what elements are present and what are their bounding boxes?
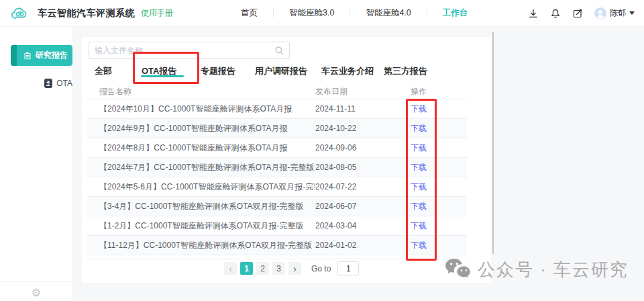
reports-table: 报告名称 发布日期 操作 【2024年10月】CC-1000T智能座舱评测体系O… [87,84,467,259]
download-link[interactable]: 下载 [411,221,427,230]
table-row: 【2024年9月】CC-1000T智能座舱评测体系OTA月报2024-10-22… [87,119,467,138]
table-row: 【3-4月】CC-1000T智能座舱评测体系OTA双月报-完整版2024-06-… [87,197,467,216]
nav-item-1[interactable]: 首页 [225,7,273,19]
prev-page-button[interactable] [224,262,237,275]
column-header-report-name: 报告名称 [87,86,315,97]
page-button-1[interactable]: 1 [240,262,253,275]
notification-bell-icon[interactable] [550,8,561,19]
goto-label: Go to [311,264,331,273]
report-name-cell: 【2024年7月】CC-1000T智能座舱评测体系OTA月报-完整版 [87,162,315,173]
sidebar-item-ota[interactable]: OTA [0,75,72,91]
user-menu[interactable]: 陈郁 [594,7,635,19]
report-name-cell: 【11-12月】CC-1000T智能座舱评测体系OTA双月报-完整版 [87,240,315,251]
download-link[interactable]: 下载 [411,104,427,114]
table-bottom-border [87,255,467,259]
download-link[interactable]: 下载 [411,124,427,133]
report-name-cell: 【3-4月】CC-1000T智能座舱评测体系OTA双月报-完整版 [87,201,315,212]
cloud-logo-icon [11,6,30,21]
publish-date-cell: 2024-07-22 [315,182,411,191]
publish-date-cell: 2024-08-05 [315,163,411,172]
watermark: 公众号 · 车云研究 [444,257,629,282]
sidebar-item-label: OTA [56,79,72,88]
sidebar-item-research-reports[interactable]: 研究报告 [11,45,72,66]
reports-panel: 全部OTA报告专题报告用户调研报告车云业务介绍第三方报告 报告名称 发布日期 操… [82,37,491,283]
column-header-publish-date: 发布日期 [315,86,411,97]
download-link[interactable]: 下载 [411,163,427,172]
header-nav: 首页智能座舱3.0智能座舱4.0工作台 [225,7,483,19]
page-button-3[interactable]: 3 [272,262,285,275]
nav-item-2[interactable]: 智能座舱3.0 [274,7,350,19]
wechat-icon [444,257,472,282]
report-name-cell: 【2024年9月】CC-1000T智能座舱评测体系OTA月报 [87,123,315,134]
report-name-cell: 【2024年10月】CC-1000T智能座舱评测体系OTA月报 [87,103,315,115]
clipboard-icon [23,52,32,60]
tab-4[interactable]: 用户调研报告 [255,65,307,77]
sidebar-item-label: 研究报告 [36,50,68,61]
report-name-cell: 【2024年8月】CC-1000T智能座舱评测体系OTA月报 [87,142,315,154]
download-link[interactable]: 下载 [411,182,427,191]
nav-item-4[interactable]: 工作台 [427,7,484,19]
ota-upload-icon [44,79,52,88]
app-title: 车云智能汽车评测系统 [38,7,135,19]
next-page-button[interactable] [288,262,301,275]
download-link[interactable]: 下载 [411,202,427,211]
manual-link[interactable]: 使用手册 [141,7,173,19]
sidebar-divider [0,281,72,282]
table-row: 【2024年7月】CC-1000T智能座舱评测体系OTA月报-完整版2024-0… [87,158,467,177]
column-header-action: 操作 [411,86,467,97]
tab-3[interactable]: 专题报告 [201,65,235,77]
table-row: 【2024年8月】CC-1000T智能座舱评测体系OTA月报2024-09-06… [87,138,467,158]
table-header-row: 报告名称 发布日期 操作 [87,84,467,99]
tab-5[interactable]: 车云业务介绍 [321,65,374,77]
avatar [594,7,606,19]
tab-1[interactable]: 全部 [95,65,112,77]
search-icon[interactable] [274,46,284,55]
table-row: 【11-12月】CC-1000T智能座舱评测体系OTA双月报-完整版2024-0… [87,236,467,255]
tab-6[interactable]: 第三方报告 [384,65,427,77]
search-input[interactable] [89,46,274,55]
download-link[interactable]: 下载 [411,143,427,153]
search-box [89,42,290,59]
download-link[interactable]: 下载 [411,241,427,250]
table-body: 【2024年10月】CC-1000T智能座舱评测体系OTA月报2024-11-1… [87,99,467,255]
publish-date-cell: 2024-09-06 [315,143,411,153]
publish-date-cell: 2024-11-11 [315,104,411,114]
table-row: 【2024年10月】CC-1000T智能座舱评测体系OTA月报2024-11-1… [87,99,467,119]
table-row: 【2024年5-6月】CC-1000T智能座舱评测体系OTA双月报-完整版202… [87,177,467,197]
report-name-cell: 【1-2月】CC-1000T智能座舱评测体系OTA双月报-完整版 [87,220,315,232]
active-item-accent [11,45,17,66]
publish-date-cell: 2024-03-04 [315,221,411,230]
publish-date-cell: 2024-10-22 [315,124,411,133]
publish-date-cell: 2024-01-02 [315,241,411,250]
report-tabs: 全部OTA报告专题报告用户调研报告车云业务介绍第三方报告 [82,62,491,80]
scrollbar-line[interactable] [492,32,494,254]
settings-gear-icon[interactable]: ⚙ [0,284,72,301]
pagination: 123 Go to [224,261,359,275]
page-buttons: 123 [240,262,285,275]
sidebar: 研究报告 OTA ⚙ [0,27,72,301]
nav-item-3[interactable]: 智能座舱4.0 [350,7,426,19]
table-row: 【1-2月】CC-1000T智能座舱评测体系OTA双月报-完整版2024-03-… [87,216,467,236]
watermark-text: 公众号 · 车云研究 [478,258,629,282]
download-icon[interactable] [528,8,539,19]
page-button-2[interactable]: 2 [256,262,269,275]
user-name: 陈郁 [610,7,626,19]
compose-icon[interactable] [572,8,583,19]
publish-date-cell: 2024-06-07 [315,202,411,211]
active-tab-underline [141,75,184,77]
app-header: 车云智能汽车评测系统 使用手册 首页智能座舱3.0智能座舱4.0工作台 [0,0,644,27]
report-name-cell: 【2024年5-6月】CC-1000T智能座舱评测体系OTA双月报-完整版 [87,181,315,193]
chevron-down-icon [629,11,635,15]
goto-page-input[interactable] [337,261,359,275]
